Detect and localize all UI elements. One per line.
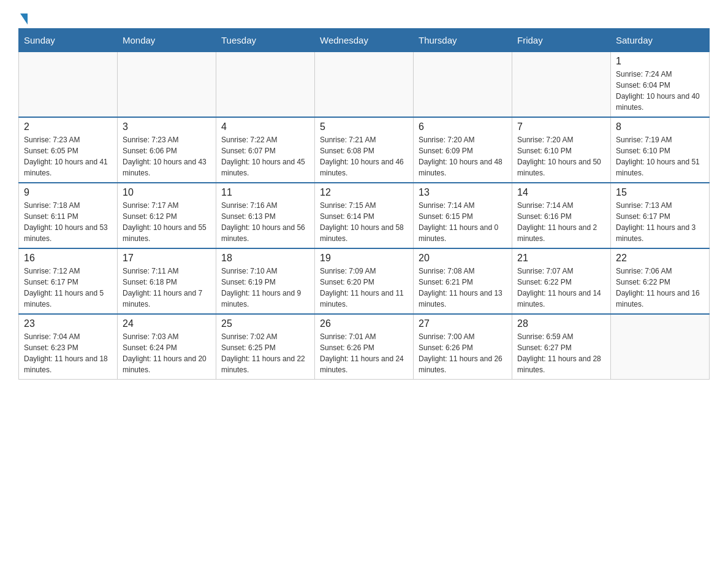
calendar-week-row: 9Sunrise: 7:18 AMSunset: 6:11 PMDaylight…: [19, 183, 710, 248]
calendar-cell: 27Sunrise: 7:00 AMSunset: 6:26 PMDayligh…: [414, 314, 512, 380]
page-header: [18, 12, 710, 22]
day-number: 21: [517, 253, 605, 264]
calendar-cell: 10Sunrise: 7:17 AMSunset: 6:12 PMDayligh…: [118, 183, 216, 248]
day-info: Sunrise: 7:22 AMSunset: 6:07 PMDaylight:…: [221, 134, 309, 178]
day-number: 5: [320, 121, 408, 132]
day-info: Sunrise: 7:16 AMSunset: 6:13 PMDaylight:…: [221, 200, 309, 244]
day-number: 23: [24, 318, 112, 329]
calendar-cell: 14Sunrise: 7:14 AMSunset: 6:16 PMDayligh…: [512, 183, 611, 248]
day-number: 14: [517, 187, 605, 198]
weekday-header-friday: Friday: [512, 29, 611, 52]
day-info: Sunrise: 7:14 AMSunset: 6:16 PMDaylight:…: [517, 200, 605, 244]
weekday-header-tuesday: Tuesday: [216, 29, 315, 52]
calendar-cell: 11Sunrise: 7:16 AMSunset: 6:13 PMDayligh…: [216, 183, 315, 248]
weekday-header-wednesday: Wednesday: [315, 29, 414, 52]
calendar-cell: 9Sunrise: 7:18 AMSunset: 6:11 PMDaylight…: [19, 183, 118, 248]
day-info: Sunrise: 7:07 AMSunset: 6:22 PMDaylight:…: [517, 266, 605, 310]
day-number: 19: [320, 253, 408, 264]
calendar-cell: 5Sunrise: 7:21 AMSunset: 6:08 PMDaylight…: [315, 117, 414, 183]
day-number: 4: [221, 121, 309, 132]
calendar-cell: [118, 52, 216, 118]
day-number: 24: [123, 318, 211, 329]
weekday-header-saturday: Saturday: [611, 29, 710, 52]
calendar-cell: 6Sunrise: 7:20 AMSunset: 6:09 PMDaylight…: [414, 117, 512, 183]
day-info: Sunrise: 7:23 AMSunset: 6:05 PMDaylight:…: [24, 134, 112, 178]
calendar-cell: [315, 52, 414, 118]
day-number: 18: [221, 253, 309, 264]
calendar-cell: 12Sunrise: 7:15 AMSunset: 6:14 PMDayligh…: [315, 183, 414, 248]
calendar-week-row: 23Sunrise: 7:04 AMSunset: 6:23 PMDayligh…: [19, 314, 710, 380]
weekday-header-thursday: Thursday: [414, 29, 512, 52]
logo: [18, 12, 28, 22]
day-number: 1: [616, 56, 704, 67]
day-info: Sunrise: 6:59 AMSunset: 6:27 PMDaylight:…: [517, 331, 605, 375]
calendar-cell: 17Sunrise: 7:11 AMSunset: 6:18 PMDayligh…: [118, 248, 216, 314]
day-info: Sunrise: 7:20 AMSunset: 6:10 PMDaylight:…: [517, 134, 605, 178]
calendar-cell: 20Sunrise: 7:08 AMSunset: 6:21 PMDayligh…: [414, 248, 512, 314]
day-number: 6: [419, 121, 507, 132]
day-info: Sunrise: 7:01 AMSunset: 6:26 PMDaylight:…: [320, 331, 408, 375]
day-info: Sunrise: 7:09 AMSunset: 6:20 PMDaylight:…: [320, 266, 408, 310]
calendar-cell: 23Sunrise: 7:04 AMSunset: 6:23 PMDayligh…: [19, 314, 118, 380]
calendar-header-row: SundayMondayTuesdayWednesdayThursdayFrid…: [19, 29, 710, 52]
day-info: Sunrise: 7:20 AMSunset: 6:09 PMDaylight:…: [419, 134, 507, 178]
day-number: 26: [320, 318, 408, 329]
calendar-cell: 13Sunrise: 7:14 AMSunset: 6:15 PMDayligh…: [414, 183, 512, 248]
day-number: 8: [616, 121, 704, 132]
weekday-header-monday: Monday: [118, 29, 216, 52]
calendar-table: SundayMondayTuesdayWednesdayThursdayFrid…: [18, 28, 710, 380]
day-number: 16: [24, 253, 112, 264]
calendar-cell: [216, 52, 315, 118]
day-number: 20: [419, 253, 507, 264]
calendar-cell: 28Sunrise: 6:59 AMSunset: 6:27 PMDayligh…: [512, 314, 611, 380]
day-info: Sunrise: 7:17 AMSunset: 6:12 PMDaylight:…: [123, 200, 211, 244]
calendar-cell: 1Sunrise: 7:24 AMSunset: 6:04 PMDaylight…: [611, 52, 710, 118]
day-info: Sunrise: 7:12 AMSunset: 6:17 PMDaylight:…: [24, 266, 112, 310]
day-info: Sunrise: 7:24 AMSunset: 6:04 PMDaylight:…: [616, 69, 704, 113]
calendar-cell: 2Sunrise: 7:23 AMSunset: 6:05 PMDaylight…: [19, 117, 118, 183]
calendar-cell: 19Sunrise: 7:09 AMSunset: 6:20 PMDayligh…: [315, 248, 414, 314]
day-info: Sunrise: 7:02 AMSunset: 6:25 PMDaylight:…: [221, 331, 309, 375]
day-info: Sunrise: 7:18 AMSunset: 6:11 PMDaylight:…: [24, 200, 112, 244]
calendar-cell: 18Sunrise: 7:10 AMSunset: 6:19 PMDayligh…: [216, 248, 315, 314]
calendar-cell: 22Sunrise: 7:06 AMSunset: 6:22 PMDayligh…: [611, 248, 710, 314]
day-info: Sunrise: 7:11 AMSunset: 6:18 PMDaylight:…: [123, 266, 211, 310]
day-number: 9: [24, 187, 112, 198]
calendar-cell: [19, 52, 118, 118]
day-info: Sunrise: 7:21 AMSunset: 6:08 PMDaylight:…: [320, 134, 408, 178]
calendar-cell: 24Sunrise: 7:03 AMSunset: 6:24 PMDayligh…: [118, 314, 216, 380]
calendar-week-row: 16Sunrise: 7:12 AMSunset: 6:17 PMDayligh…: [19, 248, 710, 314]
logo-arrow-icon: [20, 13, 28, 25]
calendar-cell: 16Sunrise: 7:12 AMSunset: 6:17 PMDayligh…: [19, 248, 118, 314]
day-info: Sunrise: 7:06 AMSunset: 6:22 PMDaylight:…: [616, 266, 704, 310]
calendar-cell: 25Sunrise: 7:02 AMSunset: 6:25 PMDayligh…: [216, 314, 315, 380]
day-number: 7: [517, 121, 605, 132]
day-number: 3: [123, 121, 211, 132]
calendar-cell: [414, 52, 512, 118]
day-number: 25: [221, 318, 309, 329]
day-number: 27: [419, 318, 507, 329]
calendar-cell: [512, 52, 611, 118]
day-number: 12: [320, 187, 408, 198]
day-info: Sunrise: 7:23 AMSunset: 6:06 PMDaylight:…: [123, 134, 211, 178]
calendar-week-row: 2Sunrise: 7:23 AMSunset: 6:05 PMDaylight…: [19, 117, 710, 183]
day-info: Sunrise: 7:14 AMSunset: 6:15 PMDaylight:…: [419, 200, 507, 244]
weekday-header-sunday: Sunday: [19, 29, 118, 52]
day-info: Sunrise: 7:03 AMSunset: 6:24 PMDaylight:…: [123, 331, 211, 375]
calendar-week-row: 1Sunrise: 7:24 AMSunset: 6:04 PMDaylight…: [19, 52, 710, 118]
day-number: 13: [419, 187, 507, 198]
day-info: Sunrise: 7:08 AMSunset: 6:21 PMDaylight:…: [419, 266, 507, 310]
day-info: Sunrise: 7:13 AMSunset: 6:17 PMDaylight:…: [616, 200, 704, 244]
day-number: 11: [221, 187, 309, 198]
day-number: 15: [616, 187, 704, 198]
calendar-cell: 21Sunrise: 7:07 AMSunset: 6:22 PMDayligh…: [512, 248, 611, 314]
day-info: Sunrise: 7:04 AMSunset: 6:23 PMDaylight:…: [24, 331, 112, 375]
calendar-cell: [611, 314, 710, 380]
day-info: Sunrise: 7:10 AMSunset: 6:19 PMDaylight:…: [221, 266, 309, 310]
day-number: 10: [123, 187, 211, 198]
day-info: Sunrise: 7:15 AMSunset: 6:14 PMDaylight:…: [320, 200, 408, 244]
calendar-cell: 26Sunrise: 7:01 AMSunset: 6:26 PMDayligh…: [315, 314, 414, 380]
calendar-cell: 15Sunrise: 7:13 AMSunset: 6:17 PMDayligh…: [611, 183, 710, 248]
day-number: 17: [123, 253, 211, 264]
day-info: Sunrise: 7:19 AMSunset: 6:10 PMDaylight:…: [616, 134, 704, 178]
